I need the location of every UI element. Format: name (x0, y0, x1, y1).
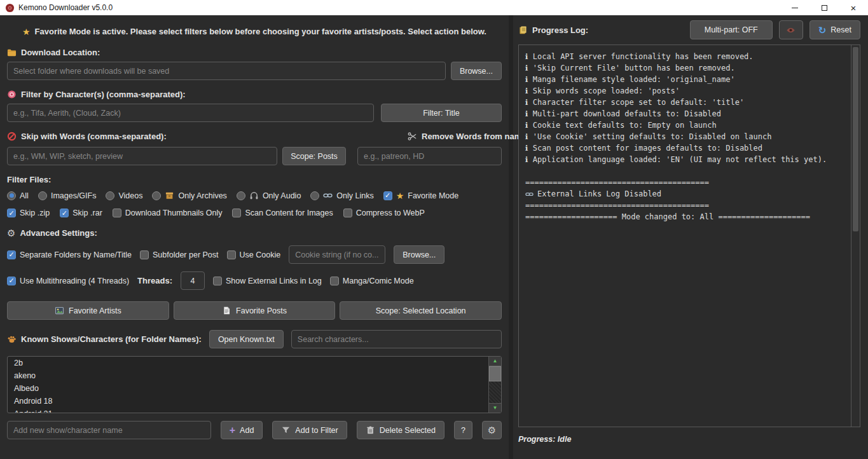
list-item[interactable]: akeno (8, 369, 501, 382)
download-location-label-text: Download Location: (21, 48, 100, 57)
main-area: ★ Favorite Mode is active. Please select… (0, 15, 868, 459)
help-button[interactable]: ? (454, 421, 472, 439)
maximize-button[interactable] (809, 0, 839, 15)
button-label: Delete Selected (380, 426, 436, 435)
skip-words-label-text: Skip with Words (comma-separated): (21, 132, 167, 141)
checkbox-scan-content[interactable]: Scan Content for Images (232, 209, 333, 217)
panel-splitter[interactable] (509, 15, 513, 459)
remove-words-input[interactable] (357, 147, 502, 165)
list-item[interactable]: Android 21 (8, 408, 501, 413)
checkbox-skip-rar[interactable]: Skip .rar (60, 209, 102, 217)
log-visibility-button[interactable] (779, 20, 803, 39)
star-icon: ★ (396, 191, 404, 200)
radio-indicator (310, 191, 319, 200)
favorite-mode-banner: ★ Favorite Mode is active. Please select… (7, 27, 502, 36)
checkbox-multithreading[interactable]: Use Multithreading (4 Threads) (7, 277, 129, 285)
document-icon (222, 306, 231, 315)
cookie-browse-button[interactable]: Browse... (394, 245, 444, 264)
minimize-button[interactable] (780, 0, 809, 15)
checkbox-label: Scan Content for Images (245, 209, 333, 217)
reset-button[interactable]: ↻ Reset (809, 20, 860, 39)
download-location-input[interactable] (7, 62, 446, 80)
checkbox-label: Use Multithreading (4 Threads) (20, 277, 129, 285)
add-character-input[interactable] (7, 421, 211, 439)
checkbox-manga-mode[interactable]: Manga/Comic Mode (330, 277, 414, 285)
log-scrollbar-thumb[interactable] (853, 47, 858, 231)
no-entry-icon (7, 132, 17, 141)
checkbox-show-external-links[interactable]: Show External Links in Log (213, 277, 322, 285)
add-button[interactable]: + Add (221, 421, 263, 439)
titlebar: Kemono Downloader v5.0.0 × (0, 0, 868, 15)
checkbox-subfolder-per-post[interactable]: Subfolder per Post (140, 250, 219, 259)
checkbox-indicator (232, 209, 241, 217)
log-scrollbar[interactable] (851, 45, 860, 427)
radio-label: Only Audio (263, 191, 301, 200)
checkbox-favorite-mode[interactable]: ★ Favorite Mode (383, 191, 458, 200)
scrollbar-track[interactable] (489, 366, 501, 403)
log-panel: Progress Log: Multi-part: OFF ↻ Reset ℹ … (513, 15, 868, 459)
radio-filter-videos[interactable]: Videos (106, 191, 142, 200)
known-characters-list[interactable]: 2b akeno Albedo Android 18 Android 21 ▲ … (7, 356, 502, 413)
scroll-up-button[interactable]: ▲ (489, 357, 501, 366)
checkbox-skip-zip[interactable]: Skip .zip (7, 209, 50, 217)
radio-filter-all[interactable]: All (7, 191, 29, 200)
scope-selected-location-button[interactable]: Scope: Selected Location (340, 301, 502, 320)
log-line (525, 165, 846, 177)
checkbox-indicator (7, 209, 16, 217)
radio-label: Only Archives (178, 191, 226, 200)
skip-words-input[interactable] (7, 147, 277, 165)
progress-log-output[interactable]: ℹ Local API server functionality has bee… (518, 45, 860, 427)
checkbox-indicator (330, 277, 339, 285)
filter-icon (281, 425, 291, 435)
radio-filter-audio[interactable]: Only Audio (237, 191, 301, 200)
link-icon (323, 191, 333, 200)
list-item[interactable]: Android 18 (8, 395, 501, 408)
skip-words-scope-button[interactable]: Scope: Posts (282, 147, 346, 165)
scrollbar-thumb[interactable] (489, 366, 501, 381)
checkbox-indicator (213, 277, 222, 285)
threads-input[interactable] (181, 271, 205, 290)
button-label: Favorite Posts (236, 306, 287, 315)
download-browse-button[interactable]: Browse... (451, 62, 502, 80)
delete-selected-button[interactable]: Delete Selected (357, 421, 444, 439)
star-icon: ★ (22, 27, 31, 36)
open-known-txt-button[interactable]: Open Known.txt (209, 330, 284, 348)
checkbox-indicator (383, 191, 392, 200)
checkbox-use-cookie[interactable]: Use Cookie (227, 250, 281, 259)
log-line: ======================================== (525, 200, 846, 211)
list-scrollbar[interactable]: ▲ ▼ (488, 357, 501, 413)
favorite-artists-button[interactable]: Favorite Artists (7, 301, 169, 320)
list-item[interactable]: 2b (8, 357, 501, 369)
radio-indicator (152, 191, 161, 200)
checkbox-separate-folders[interactable]: Separate Folders by Name/Title (7, 250, 132, 259)
remove-words-label: Remove Words from name: (408, 132, 529, 141)
settings-button[interactable]: ⚙ (482, 421, 502, 439)
checkbox-compress-webp[interactable]: Compress to WebP (343, 209, 425, 217)
favorite-posts-button[interactable]: Favorite Posts (174, 301, 336, 320)
add-to-filter-button[interactable]: Add to Filter (272, 421, 347, 439)
multipart-toggle-button[interactable]: Multi-part: OFF (690, 20, 773, 39)
file-type-radio-group: All Images/GIFs Videos Only Archives (7, 191, 502, 200)
radio-filter-images[interactable]: Images/GIFs (38, 191, 97, 200)
character-search-input[interactable] (291, 330, 502, 348)
log-header-row: Progress Log: Multi-part: OFF ↻ Reset (518, 20, 860, 39)
file-options-row: Skip .zip Skip .rar Download Thumbnails … (7, 209, 502, 217)
close-button[interactable]: × (839, 0, 868, 15)
progress-status: Progress: Idle (518, 435, 860, 444)
checkbox-indicator (140, 250, 149, 259)
cookie-string-input[interactable] (289, 245, 385, 264)
list-item[interactable]: Albedo (8, 382, 501, 395)
checkbox-indicator (227, 250, 236, 259)
radio-indicator (7, 191, 16, 200)
radio-filter-archives[interactable]: Only Archives (152, 191, 226, 200)
scroll-down-button[interactable]: ▼ (489, 403, 501, 413)
radio-filter-links[interactable]: Only Links (310, 191, 373, 200)
checkbox-indicator (7, 277, 16, 285)
log-line: ℹ Scan post content for images defaults … (525, 142, 846, 154)
checkbox-thumbnails-only[interactable]: Download Thumbnails Only (113, 209, 223, 217)
reset-icon: ↻ (818, 25, 827, 35)
link-icon (525, 190, 534, 198)
character-filter-input[interactable] (7, 104, 374, 122)
character-filter-scope-button[interactable]: Filter: Title (381, 104, 502, 122)
arrow-down-icon: ▼ (493, 406, 498, 411)
